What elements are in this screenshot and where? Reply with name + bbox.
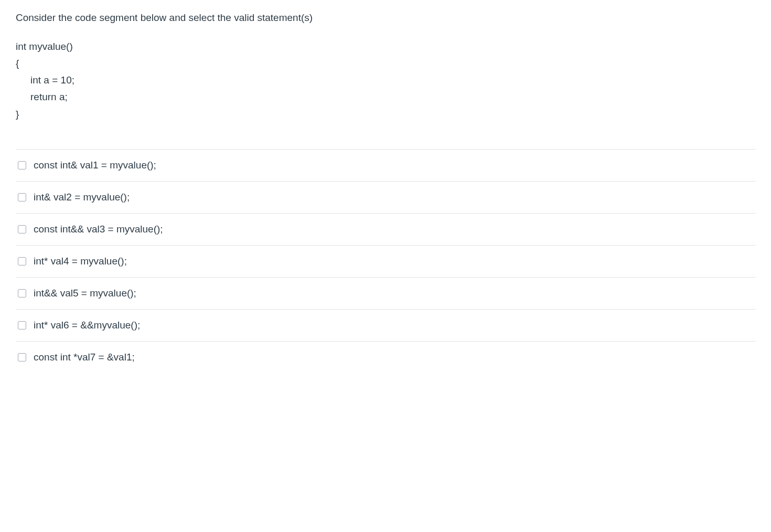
code-line-3: int a = 10; — [16, 72, 755, 89]
checkbox-icon[interactable] — [18, 161, 26, 169]
answer-label: const int& val1 = myvalue(); — [34, 159, 156, 171]
code-line-5: } — [16, 106, 755, 123]
answer-label: int* val4 = myvalue(); — [34, 256, 127, 267]
answer-label: int&& val5 = myvalue(); — [34, 288, 136, 299]
checkbox-icon[interactable] — [18, 353, 26, 361]
answer-label: const int&& val3 = myvalue(); — [34, 224, 163, 235]
code-line-1: int myvalue() — [16, 38, 755, 55]
checkbox-icon[interactable] — [18, 225, 26, 233]
code-block: int myvalue() { int a = 10; return a; } — [16, 38, 755, 123]
checkbox-icon[interactable] — [18, 257, 26, 265]
answer-option[interactable]: const int&& val3 = myvalue(); — [16, 214, 755, 246]
checkbox-icon[interactable] — [18, 289, 26, 297]
answer-option[interactable]: int&& val5 = myvalue(); — [16, 278, 755, 310]
answers-list: const int& val1 = myvalue(); int& val2 =… — [16, 149, 755, 373]
answer-option[interactable]: const int *val7 = &val1; — [16, 342, 755, 373]
question-prompt: Consider the code segment below and sele… — [16, 10, 755, 26]
answer-option[interactable]: const int& val1 = myvalue(); — [16, 150, 755, 182]
answer-label: int* val6 = &&myvalue(); — [34, 320, 140, 331]
code-line-2: { — [16, 55, 755, 72]
answer-option[interactable]: int* val4 = myvalue(); — [16, 246, 755, 278]
checkbox-icon[interactable] — [18, 193, 26, 201]
answer-option[interactable]: int& val2 = myvalue(); — [16, 182, 755, 214]
code-line-4: return a; — [16, 89, 755, 105]
checkbox-icon[interactable] — [18, 321, 26, 329]
answer-label: int& val2 = myvalue(); — [34, 191, 130, 203]
answer-label: const int *val7 = &val1; — [34, 352, 135, 363]
answer-option[interactable]: int* val6 = &&myvalue(); — [16, 310, 755, 342]
